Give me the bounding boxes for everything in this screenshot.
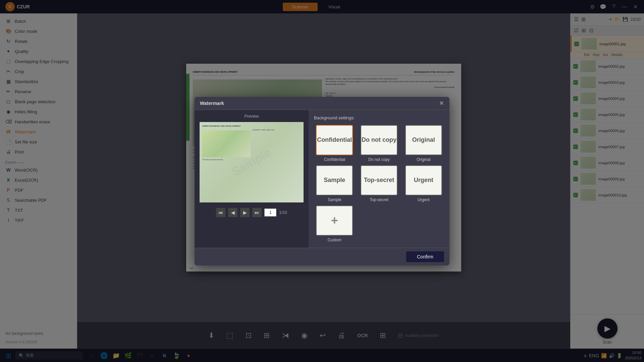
wm-box-confidential: Confidential [316,125,353,155]
page-info: 1/10 [279,210,287,215]
wm-option-top-secret[interactable]: Top-secret Top-secret [359,165,400,202]
preview-nav: ⏮ ◀ ▶ ⏭ 1/10 [199,206,305,219]
modal-overlay: Watermark ✕ Preview EMBRYOGENESIS AND DE… [0,0,644,362]
wm-option-custom[interactable]: + Custom [314,205,355,242]
wm-label-top-secret: Top-secret [370,197,388,202]
bg-settings-label: Background settings: [314,115,444,120]
wm-box-do-not-copy: Do not copy [361,125,397,155]
wm-box-urgent: Urgent [405,165,442,195]
wm-label-original: Original [417,157,430,162]
watermark-modal: Watermark ✕ Preview EMBRYOGENESIS AND DE… [195,97,449,265]
wm-box-original: Original [405,125,442,155]
wm-label-custom: Custom [328,238,341,242]
modal-close-button[interactable]: ✕ [439,100,444,106]
modal-preview-panel: Preview EMBRYOGENESIS AND DEVELOPMENT Th… [195,110,309,248]
nav-prev-btn[interactable]: ◀ [228,208,237,217]
wm-box-top-secret: Top-secret [361,165,397,195]
wm-option-do-not-copy[interactable]: Do not copy Do not copy [359,125,400,162]
nav-first-btn[interactable]: ⏮ [216,208,225,217]
wm-label-confidential: Confidential [324,157,345,162]
wm-option-sample[interactable]: Sample Sample [314,165,355,202]
modal-options-panel: Background settings: Confidential Confid… [309,110,449,248]
wm-label-do-not-copy: Do not copy [368,157,390,162]
wm-option-original[interactable]: Original Original [403,125,444,162]
page-input[interactable] [264,208,276,217]
modal-body: Preview EMBRYOGENESIS AND DEVELOPMENT Th… [195,110,449,248]
watermark-options-grid: Confidential Confidential Do not copy Do… [314,125,444,242]
modal-title: Watermark [200,101,224,106]
nav-play-btn[interactable]: ▶ [240,208,250,217]
confirm-button[interactable]: Confirm [406,251,444,262]
modal-header: Watermark ✕ [195,97,449,110]
wm-box-custom: + [316,205,353,236]
wm-option-confidential[interactable]: Confidential Confidential [314,125,355,162]
modal-footer: Confirm [195,248,449,265]
preview-image: EMBRYOGENESIS AND DEVELOPMENT The two pr… [200,122,304,202]
preview-label: Preview [199,114,305,119]
wm-box-sample: Sample [316,165,353,195]
wm-label-sample: Sample [328,197,341,202]
wm-label-urgent: Urgent [418,197,430,202]
wm-option-urgent[interactable]: Urgent Urgent [403,165,444,202]
nav-last-btn[interactable]: ⏭ [252,208,262,217]
